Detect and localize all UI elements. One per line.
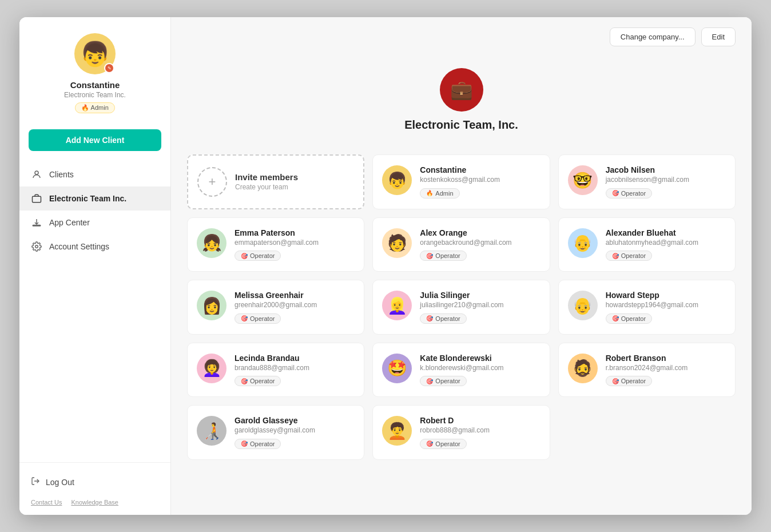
clients-label: Clients bbox=[49, 170, 74, 179]
app-window: 👦 ✎ Constantine Electronic Team Inc. 🔥 A… bbox=[19, 17, 752, 515]
sidebar-item-account-settings[interactable]: Account Settings bbox=[19, 235, 170, 259]
change-company-button[interactable]: Change company... bbox=[610, 27, 696, 46]
role-icon: 🎯 bbox=[612, 253, 619, 259]
electronic-team-label: Electronic Team Inc. bbox=[49, 194, 126, 203]
profile-company: Electronic Team Inc. bbox=[64, 91, 126, 99]
briefcase-icon: 💼 bbox=[450, 79, 473, 101]
role-icon: 🎯 bbox=[426, 253, 433, 259]
member-card[interactable]: 🧔 Robert Branson r.branson2024@gmail.com… bbox=[558, 343, 736, 398]
member-info: Robert Branson r.branson2024@gmail.com 🎯… bbox=[606, 354, 726, 387]
member-info: Alexander Bluehat abluhatonmyhead@gmail.… bbox=[606, 228, 726, 261]
member-card[interactable]: 👱‍♀️ Julia Silinger juliasilinger210@gma… bbox=[372, 280, 550, 335]
role-icon: 🎯 bbox=[241, 440, 248, 447]
member-email: emmapaterson@gmail.com bbox=[235, 239, 355, 247]
member-name: Robert Branson bbox=[606, 354, 726, 363]
member-avatar: 👩 bbox=[197, 291, 226, 320]
member-info: Emma Paterson emmapaterson@gmail.com 🎯 O… bbox=[235, 228, 355, 261]
member-role-badge: 🎯 Operator bbox=[420, 439, 466, 449]
member-avatar: 👩‍🦱 bbox=[197, 354, 226, 383]
member-card[interactable]: 🧑‍🦯 Garold Glasseye garoldglassey@gmail.… bbox=[187, 405, 364, 460]
logout-label: Log Out bbox=[46, 478, 74, 487]
member-email: brandau888@gmail.com bbox=[235, 364, 355, 372]
avatar-wrap: 👦 ✎ bbox=[74, 33, 116, 74]
invite-members-card[interactable]: + Invite members Create your team bbox=[187, 154, 364, 209]
member-avatar: 👴 bbox=[568, 291, 598, 320]
member-role-badge: 🎯 Operator bbox=[235, 313, 281, 324]
invite-text: Invite members Create your team bbox=[235, 172, 298, 191]
avatar-badge: ✎ bbox=[104, 63, 114, 73]
member-card[interactable]: 👴 Howard Stepp howardstepp1964@gmail.com… bbox=[558, 280, 736, 335]
member-card[interactable]: 🤩 Kate Blonderewski k.blonderewski@gmail… bbox=[372, 343, 550, 398]
member-email: howardstepp1964@gmail.com bbox=[606, 301, 726, 309]
member-name: Emma Paterson bbox=[235, 228, 355, 237]
member-email: robrob888@gmail.com bbox=[420, 426, 540, 434]
footer-links: Contact Us Knowledge Base bbox=[31, 499, 159, 506]
member-name: Howard Stepp bbox=[606, 291, 726, 300]
members-grid: + Invite members Create your team 👦 Cons… bbox=[187, 154, 736, 460]
member-email: k.blonderewski@gmail.com bbox=[420, 364, 540, 372]
member-card[interactable]: 👦 Constantine kostenkokoss@gmail.com 🔥 A… bbox=[372, 154, 550, 209]
svg-rect-2 bbox=[33, 225, 41, 227]
member-name: Alexander Bluehat bbox=[606, 228, 726, 237]
member-email: greenhair2000@gmail.com bbox=[235, 301, 355, 309]
member-card[interactable]: 🧑 Alex Orange orangebackround@gmail.com … bbox=[372, 217, 550, 272]
members-grid-wrap: + Invite members Create your team 👦 Cons… bbox=[171, 145, 752, 515]
account-settings-label: Account Settings bbox=[49, 242, 109, 251]
sidebar-profile: 👦 ✎ Constantine Electronic Team Inc. 🔥 A… bbox=[19, 17, 170, 125]
invite-plus-icon: + bbox=[197, 167, 227, 197]
member-name: Jacob Nilsen bbox=[606, 165, 726, 174]
member-name: Kate Blonderewski bbox=[420, 354, 540, 363]
app-center-label: App Center bbox=[49, 218, 90, 227]
member-avatar: 👴 bbox=[568, 228, 598, 258]
member-email: r.branson2024@gmail.com bbox=[606, 364, 726, 372]
member-role-badge: 🎯 Operator bbox=[606, 313, 652, 324]
svg-point-0 bbox=[35, 171, 38, 174]
contact-us-link[interactable]: Contact Us bbox=[31, 499, 62, 506]
member-card[interactable]: 🧑‍🦱 Robert D robrob888@gmail.com 🎯 Opera… bbox=[372, 405, 550, 460]
download-icon bbox=[31, 217, 42, 228]
knowledge-base-link[interactable]: Knowledge Base bbox=[71, 499, 118, 506]
logout-button[interactable]: Log Out bbox=[31, 472, 159, 492]
member-email: orangebackround@gmail.com bbox=[420, 239, 540, 247]
add-new-client-button[interactable]: Add New Client bbox=[29, 129, 161, 151]
role-icon: 🎯 bbox=[241, 315, 248, 321]
role-icon: 🎯 bbox=[612, 315, 619, 321]
member-avatar: 🧔 bbox=[568, 354, 598, 383]
role-icon: 🎯 bbox=[241, 378, 248, 384]
profile-name: Constantine bbox=[70, 80, 120, 90]
member-card[interactable]: 🤓 Jacob Nilsen jacobnilsenson@gmail.com … bbox=[558, 154, 736, 209]
sidebar: 👦 ✎ Constantine Electronic Team Inc. 🔥 A… bbox=[19, 17, 171, 515]
member-role-badge: 🎯 Operator bbox=[235, 439, 281, 449]
member-card[interactable]: 👩‍🦱 Lecinda Brandau brandau888@gmail.com… bbox=[187, 343, 364, 398]
sidebar-footer: Log Out Contact Us Knowledge Base bbox=[19, 462, 170, 515]
member-name: Constantine bbox=[420, 165, 540, 174]
member-role-badge: 🎯 Operator bbox=[420, 376, 466, 386]
role-icon: 🎯 bbox=[426, 315, 433, 321]
member-email: abluhatonmyhead@gmail.com bbox=[606, 239, 726, 247]
member-role-badge: 🎯 Operator bbox=[420, 313, 466, 324]
member-email: kostenkokoss@gmail.com bbox=[420, 176, 540, 184]
sidebar-item-app-center[interactable]: App Center bbox=[19, 211, 170, 235]
member-name: Julia Silinger bbox=[420, 291, 540, 300]
svg-rect-1 bbox=[33, 196, 41, 203]
member-avatar: 🧑‍🦯 bbox=[197, 416, 226, 446]
edit-button[interactable]: Edit bbox=[701, 27, 736, 46]
invite-title: Invite members bbox=[235, 172, 298, 182]
member-info: Garold Glasseye garoldglassey@gmail.com … bbox=[235, 416, 355, 449]
company-section: 💼 Electronic Team, Inc. bbox=[171, 57, 752, 145]
clients-icon bbox=[31, 169, 42, 180]
member-avatar: 🧑‍🦱 bbox=[382, 416, 412, 446]
sidebar-item-electronic-team[interactable]: Electronic Team Inc. bbox=[19, 186, 170, 211]
member-card[interactable]: 👧 Emma Paterson emmapaterson@gmail.com 🎯… bbox=[187, 217, 364, 272]
role-icon: 🔥 bbox=[426, 190, 433, 196]
main-header: Change company... Edit bbox=[171, 17, 752, 57]
member-role-badge: 🔥 Admin bbox=[420, 188, 459, 198]
member-role-badge: 🎯 Operator bbox=[606, 376, 652, 386]
member-name: Garold Glasseye bbox=[235, 416, 355, 425]
member-avatar: 👦 bbox=[382, 165, 412, 195]
member-card[interactable]: 👩 Melissa Greenhair greenhair2000@gmail.… bbox=[187, 280, 364, 335]
member-avatar: 🤓 bbox=[568, 165, 598, 195]
member-avatar: 🧑 bbox=[382, 228, 412, 258]
member-card[interactable]: 👴 Alexander Bluehat abluhatonmyhead@gmai… bbox=[558, 217, 736, 272]
sidebar-item-clients[interactable]: Clients bbox=[19, 162, 170, 186]
